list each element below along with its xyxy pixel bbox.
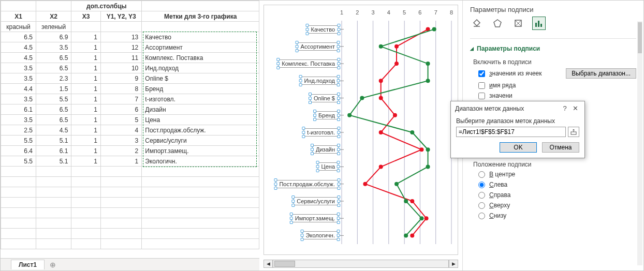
- sheet-area[interactable]: доп.столбцы X1 X2 X3 Y1, Y2, Y3 Метки дл…: [1, 1, 259, 258]
- selection-handle[interactable]: [276, 62, 280, 65]
- scroll-left-button[interactable]: ◀: [264, 260, 273, 268]
- data-label[interactable]: Online $: [310, 94, 339, 102]
- cell-y[interactable]: 8: [100, 84, 141, 94]
- selection-handle[interactable]: [305, 28, 309, 31]
- series-marker[interactable]: [426, 79, 430, 83]
- dialog-close-button[interactable]: ✕: [570, 104, 580, 112]
- lbl-value-x[interactable]: значени: [489, 92, 513, 99]
- selection-handle[interactable]: [337, 75, 340, 78]
- data-label[interactable]: t-изготовл.: [303, 128, 339, 137]
- col-label[interactable]: Метки для 3-го графика: [142, 11, 259, 22]
- cell-y[interactable]: 1: [100, 156, 141, 167]
- selection-handle[interactable]: [337, 28, 340, 31]
- data-label[interactable]: Пост.продаж.обслуж.: [275, 180, 339, 188]
- selection-handle[interactable]: [291, 200, 295, 203]
- selection-handle[interactable]: [337, 58, 340, 61]
- selection-handle[interactable]: [291, 204, 295, 207]
- cell-label[interactable]: Цена: [142, 115, 259, 125]
- selection-handle[interactable]: [301, 230, 304, 233]
- section-label-options[interactable]: Параметры подписи: [463, 42, 643, 55]
- selection-handle[interactable]: [316, 169, 319, 172]
- table-row[interactable]: 6.46.112Импорт.замещ.: [1, 146, 259, 156]
- table-row[interactable]: 4.41.518Бренд: [1, 84, 259, 94]
- selection-handle[interactable]: [296, 41, 299, 44]
- cell-x2[interactable]: 3.5: [36, 42, 71, 53]
- selection-handle[interactable]: [290, 217, 293, 220]
- lbl-series-name[interactable]: имя ряда: [489, 82, 516, 89]
- dialog-cancel-button[interactable]: Отмена: [542, 142, 579, 153]
- selection-handle[interactable]: [296, 45, 299, 48]
- series-marker[interactable]: [419, 216, 423, 220]
- lbl-pos-center[interactable]: В центре: [489, 171, 515, 178]
- cell-label[interactable]: Импорт.замещ.: [142, 146, 259, 156]
- radio-pos-right[interactable]: [478, 192, 485, 199]
- cell-y[interactable]: 2: [100, 146, 141, 156]
- selection-handle[interactable]: [296, 49, 299, 52]
- effects-icon[interactable]: [491, 17, 504, 30]
- cell-x3[interactable]: 1: [71, 84, 101, 94]
- selection-handle[interactable]: [337, 169, 340, 172]
- size-icon[interactable]: [511, 17, 525, 30]
- cell-x1[interactable]: 3.5: [1, 73, 36, 84]
- series-marker[interactable]: [394, 62, 399, 66]
- data-label[interactable]: Комплекс. Поставка: [278, 59, 339, 68]
- chart-hscrollbar[interactable]: ◀ ▶: [264, 259, 458, 268]
- btn-select-range[interactable]: Выбрать диапазон...: [566, 68, 636, 79]
- selection-handle[interactable]: [311, 148, 314, 151]
- selection-handle[interactable]: [337, 41, 340, 44]
- range-input[interactable]: [456, 127, 566, 137]
- chk-value-x[interactable]: [478, 93, 485, 99]
- selection-handle[interactable]: [337, 93, 340, 96]
- cell-x1[interactable]: 4.5: [1, 53, 36, 63]
- table-row[interactable]: 5.55.111Экологичн.: [1, 156, 259, 167]
- series-marker[interactable]: [410, 199, 414, 203]
- cell-y[interactable]: 13: [100, 32, 141, 42]
- cell-x1[interactable]: 6.4: [1, 146, 36, 156]
- series-marker[interactable]: [379, 164, 383, 169]
- selection-handle[interactable]: [337, 101, 340, 104]
- cell-label[interactable]: Экологичн.: [142, 156, 259, 167]
- cell-y[interactable]: 7: [100, 94, 141, 104]
- selection-handle[interactable]: [290, 221, 293, 224]
- cell-x1[interactable]: 5.5: [1, 156, 36, 167]
- series-marker[interactable]: [410, 130, 414, 134]
- series-marker[interactable]: [425, 216, 429, 220]
- cell-y[interactable]: 12: [100, 42, 141, 53]
- cell-x3[interactable]: 1: [71, 42, 101, 53]
- chk-series-name[interactable]: [478, 82, 485, 89]
- selection-handle[interactable]: [301, 234, 304, 237]
- data-label[interactable]: Экологичн.: [302, 231, 339, 239]
- cell-x3[interactable]: 1: [71, 73, 101, 84]
- cell-x1[interactable]: 3.5: [1, 115, 36, 125]
- selection-handle[interactable]: [302, 135, 305, 138]
- cell-x1[interactable]: 3.5: [1, 94, 36, 104]
- selection-handle[interactable]: [299, 83, 302, 86]
- series-marker[interactable]: [393, 113, 397, 117]
- selection-handle[interactable]: [309, 101, 312, 104]
- table-row[interactable]: 3.56.515Цена: [1, 115, 259, 125]
- cell-y[interactable]: 5: [100, 115, 141, 125]
- chk-values-from-cells[interactable]: [478, 70, 485, 77]
- selection-handle[interactable]: [305, 24, 309, 27]
- selection-handle[interactable]: [337, 234, 340, 237]
- data-label[interactable]: Инд.подход: [301, 77, 339, 85]
- cell-x1[interactable]: 6.1: [1, 104, 36, 115]
- selection-handle[interactable]: [274, 178, 277, 182]
- series-marker[interactable]: [410, 233, 414, 237]
- selection-handle[interactable]: [305, 32, 309, 35]
- series-marker[interactable]: [419, 147, 423, 152]
- lbl-pos-right[interactable]: Справа: [489, 191, 510, 199]
- cell-x3[interactable]: 1: [71, 136, 101, 146]
- selection-handle[interactable]: [337, 79, 340, 82]
- data-label[interactable]: Качество: [307, 25, 339, 34]
- col-x3[interactable]: X3: [71, 11, 101, 22]
- selection-handle[interactable]: [337, 45, 340, 48]
- selection-handle[interactable]: [337, 187, 340, 190]
- cell-x3[interactable]: 1: [71, 115, 101, 125]
- cell-label[interactable]: Online $: [142, 73, 259, 84]
- cell-x2[interactable]: 2.3: [36, 73, 71, 84]
- col-y[interactable]: Y1, Y2, Y3: [100, 11, 141, 22]
- selection-handle[interactable]: [291, 195, 295, 199]
- data-label[interactable]: Ассортимент: [297, 42, 339, 51]
- col-x1[interactable]: X1: [1, 11, 36, 22]
